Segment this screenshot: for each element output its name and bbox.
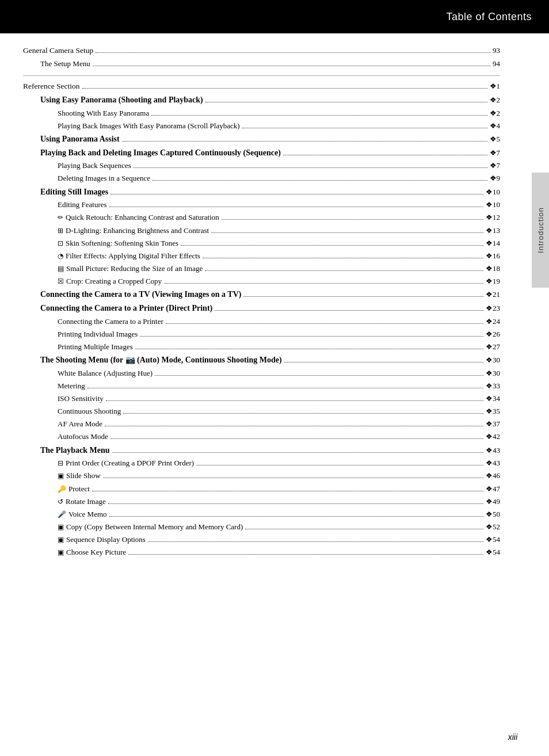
page-num: ❖19	[486, 276, 500, 287]
entry-text: White Balance (Adjusting Hue)	[58, 368, 152, 379]
page-num: ❖49	[486, 496, 500, 507]
toc-entry-slide-show: ▣ Slide Show ❖46	[23, 470, 500, 482]
dots	[181, 245, 483, 246]
sidebar-text: Introduction	[536, 207, 545, 253]
dots	[109, 207, 483, 207]
d-lighting-icon: ⊞	[58, 226, 63, 236]
dots	[105, 426, 483, 426]
toc-entry-white-balance: White Balance (Adjusting Hue) ❖30	[23, 368, 500, 379]
entry-text: Protect	[68, 483, 90, 495]
entry-text: Editing Features	[58, 199, 107, 211]
toc-entry-voice-memo: 🎤 Voice Memo ❖50	[23, 509, 500, 520]
toc-entry-rotate-image: ↺ Rotate Image ❖49	[23, 496, 500, 507]
small-picture-icon: ▤	[58, 264, 64, 274]
dots	[211, 232, 483, 233]
dots	[96, 52, 490, 53]
entry-text: Playing Back Images With Easy Panorama (…	[58, 120, 240, 132]
dots	[106, 400, 483, 401]
dots	[152, 180, 487, 181]
rotate-icon: ↺	[58, 497, 63, 507]
entry-text: Metering	[58, 380, 85, 392]
entry-text: Skin Softening: Softening Skin Tones	[66, 238, 178, 249]
entry-text: Small Picture: Reducing the Size of an I…	[66, 263, 203, 274]
page-num: ❖14	[486, 238, 500, 249]
entry-text: Playing Back Sequences	[58, 160, 131, 171]
dots	[128, 554, 483, 555]
divider	[23, 75, 500, 76]
page-num: ❖16	[486, 250, 500, 262]
entry-text: Using Easy Panorama (Shooting and Playba…	[40, 94, 203, 106]
toc-entry-printing-individual: Printing Individual Images ❖26	[23, 329, 500, 340]
entry-text: Quick Retouch: Enhancing Contrast and Sa…	[66, 212, 219, 223]
toc-entry-general-camera-setup: General Camera Setup 93	[23, 45, 500, 57]
page-num: ❖47	[486, 483, 500, 495]
page-num: ❖10	[486, 186, 500, 198]
toc-entry-panorama-assist: Using Panorama Assist ❖5	[23, 133, 500, 146]
toc-entry-skin-softening: ⊡ Skin Softening: Softening Skin Tones ❖…	[23, 238, 500, 249]
dots	[140, 336, 483, 337]
dots	[243, 296, 483, 297]
dots	[242, 128, 487, 128]
toc-entry-protect: 🔑 Protect ❖47	[23, 483, 500, 495]
toc-entry-shooting-easy-panorama: Shooting With Easy Panorama ❖2	[23, 108, 500, 119]
dots	[203, 258, 483, 258]
dots	[112, 452, 483, 453]
toc-entry-crop: ☒ Crop: Creating a Cropped Copy ❖19	[23, 276, 500, 287]
dots	[284, 362, 483, 362]
quick-retouch-icon: ✏	[58, 212, 63, 223]
entry-text: Voice Memo	[68, 509, 107, 520]
toc-entry-small-picture: ▤ Small Picture: Reducing the Size of an…	[23, 263, 500, 274]
dots	[205, 102, 487, 102]
page-num: ❖37	[486, 418, 500, 430]
dots	[135, 349, 483, 349]
skin-softening-icon: ⊡	[58, 238, 63, 249]
entry-text: Copy (Copy Between Internal Memory and M…	[66, 521, 243, 533]
crop-icon: ☒	[58, 276, 64, 287]
page-num: ❖50	[486, 509, 500, 520]
toc-entry-metering: Metering ❖33	[23, 380, 500, 392]
page-num: ❖21	[486, 289, 500, 300]
dots	[123, 413, 483, 414]
toc-entry-print-order: ⊟ Print Order (Creating a DPOF Print Ord…	[23, 457, 500, 469]
entry-text: Print Order (Creating a DPOF Print Order…	[66, 457, 194, 469]
toc-entry-reference-section: Reference Section ❖1	[23, 81, 500, 93]
entry-text: Reference Section	[23, 81, 80, 93]
toc-entry-quick-retouch: ✏ Quick Retouch: Enhancing Contrast and …	[23, 212, 500, 223]
toc-entry-connecting-printer: Connecting the Camera to a Printer (Dire…	[23, 302, 500, 315]
entry-text: Playing Back and Deleting Images Capture…	[40, 147, 281, 159]
toc-entry-editing-features: Editing Features ❖10	[23, 199, 500, 211]
entry-text: ISO Sensitivity	[58, 393, 104, 404]
page-num: ❖43	[486, 457, 500, 469]
dots	[196, 465, 483, 465]
dots	[92, 491, 483, 491]
entry-text: Rotate Image	[66, 496, 106, 507]
toc-entry-playing-back-deleting: Playing Back and Deleting Images Capture…	[23, 147, 500, 159]
page-num: ❖7	[490, 147, 501, 159]
sidebar-section-label: Introduction	[532, 173, 549, 288]
entry-text: Connecting the Camera to a Printer	[58, 316, 163, 327]
toc-entry-filter-effects: ◔ Filter Effects: Applying Digital Filte…	[23, 250, 500, 262]
entry-text: General Camera Setup	[23, 45, 93, 57]
entry-text: Sequence Display Options	[66, 534, 146, 545]
toc-entry-playing-back-easy-panorama: Playing Back Images With Easy Panorama (…	[23, 120, 500, 132]
page-num: ❖35	[486, 406, 500, 417]
page-num: ❖34	[486, 393, 500, 404]
dots	[155, 375, 483, 376]
page-num: ❖46	[486, 470, 500, 482]
voice-memo-icon: 🎤	[58, 509, 66, 520]
toc-entry-d-lighting: ⊞ D-Lighting: Enhancing Brightness and C…	[23, 225, 500, 236]
footer-page-number: xiii	[508, 732, 517, 742]
page-num: ❖30	[486, 354, 500, 366]
entry-text: Autofocus Mode	[58, 431, 108, 442]
entry-text: Using Panorama Assist	[40, 133, 120, 146]
toc-entry-af-area-mode: AF Area Mode ❖37	[23, 418, 500, 430]
page-num: 93	[493, 45, 500, 56]
dots	[134, 167, 487, 168]
toc-entry-connecting-tv: Connecting the Camera to a TV (Viewing I…	[23, 288, 500, 301]
toc-entry-choose-key-picture: ▣ Choose Key Picture ❖54	[23, 547, 500, 558]
sequence-display-icon: ▣	[58, 534, 64, 545]
toc-content: General Camera Setup 93 The Setup Menu 9…	[0, 33, 532, 582]
dots	[245, 529, 483, 529]
dots	[164, 283, 483, 284]
dots	[122, 141, 487, 142]
